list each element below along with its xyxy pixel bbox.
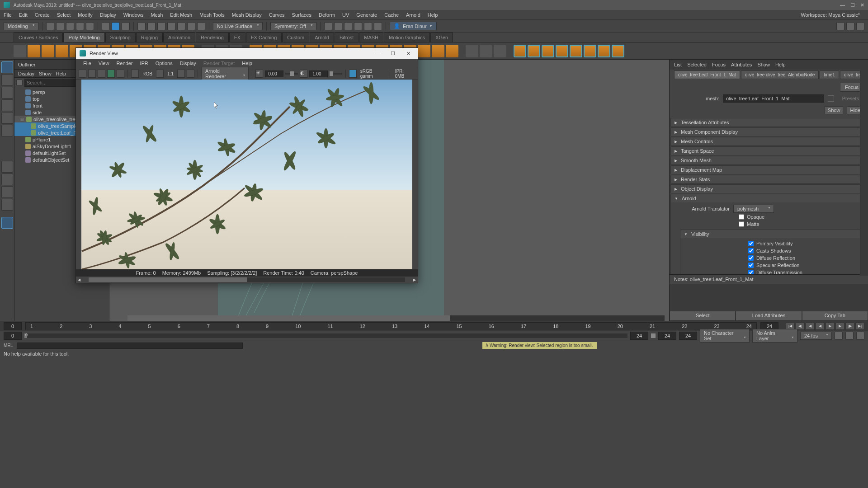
shelf-tab-fxcaching[interactable]: FX Caching xyxy=(246,33,282,42)
section-tessellation[interactable]: ▶Tessellation Attributes xyxy=(671,118,864,127)
toolbox-icon[interactable] xyxy=(836,22,844,30)
rv-menu-render[interactable]: Render xyxy=(113,61,136,66)
goto-end-icon[interactable]: ▶| xyxy=(855,323,864,330)
shelf-tab-fx[interactable]: FX xyxy=(229,33,245,42)
node-tab-time[interactable]: time1 xyxy=(820,70,839,79)
mel-label[interactable]: MEL xyxy=(4,343,13,348)
menu-cache[interactable]: Cache xyxy=(381,12,402,18)
minimize-icon[interactable]: — xyxy=(840,2,845,8)
render-view-titlebar[interactable]: Render View — ☐ ✕ xyxy=(76,48,418,59)
bool-inter-icon[interactable] xyxy=(542,45,554,57)
render-frame-icon[interactable] xyxy=(79,70,86,78)
gamma-icon[interactable]: ◐ xyxy=(300,70,307,78)
menu-generate[interactable]: Generate xyxy=(353,12,381,18)
casts-checkbox[interactable] xyxy=(748,248,754,253)
lasso-tool-icon[interactable] xyxy=(1,74,13,86)
undo-icon[interactable] xyxy=(76,22,84,30)
poly-sphere-icon[interactable] xyxy=(28,45,40,57)
render-view-window[interactable]: Render View — ☐ ✕ File View Render IPR O… xyxy=(75,47,418,283)
select-mode-icon[interactable] xyxy=(102,22,110,30)
play-fwd-icon[interactable]: ▶ xyxy=(826,323,835,330)
render-image[interactable] xyxy=(81,80,412,269)
section-visibility[interactable]: ▼Visibility xyxy=(680,230,860,238)
range-out-input[interactable] xyxy=(658,332,676,340)
attr-tab-help[interactable]: Help xyxy=(775,62,786,67)
shelf-toggle-icon[interactable] xyxy=(14,45,26,57)
exposure-value[interactable]: 0.00 xyxy=(265,70,283,77)
snap-live-icon[interactable] xyxy=(177,22,185,30)
exposure-slider[interactable] xyxy=(285,73,298,75)
render-settings2-icon[interactable] xyxy=(131,70,139,78)
rv-menu-options[interactable]: Options xyxy=(152,61,176,66)
step-fwd-icon[interactable]: |▶ xyxy=(845,323,854,330)
rv-menu-help[interactable]: Help xyxy=(238,61,256,66)
command-input[interactable] xyxy=(17,343,243,349)
section-tangent[interactable]: ▶Tangent Space xyxy=(671,147,864,155)
rv-menu-view[interactable]: View xyxy=(95,61,113,66)
shelf-tab-rigging[interactable]: Rigging xyxy=(136,33,163,42)
menu-windows[interactable]: Windows xyxy=(120,12,147,18)
primvis-checkbox[interactable] xyxy=(748,241,754,246)
bool-tool7-icon[interactable] xyxy=(598,45,610,57)
outliner-display-menu[interactable]: Display xyxy=(18,71,34,76)
snap-plane-icon[interactable] xyxy=(167,22,175,30)
menu-select[interactable]: Select xyxy=(53,12,75,18)
show-button[interactable]: Show xyxy=(825,106,844,114)
menuset-dropdown[interactable]: Modeling xyxy=(4,22,38,30)
rv-menu-ipr[interactable]: IPR xyxy=(136,61,151,66)
outliner-show-menu[interactable]: Show xyxy=(39,71,52,76)
section-meshcomp[interactable]: ▶Mesh Component Display xyxy=(671,128,864,136)
section-renderstats[interactable]: ▶Render Stats xyxy=(671,175,864,183)
notes-textarea[interactable] xyxy=(670,284,868,311)
bool-tool5-icon[interactable] xyxy=(570,45,582,57)
range-slider[interactable]: 0 xyxy=(24,333,627,338)
outliner-help-menu[interactable]: Help xyxy=(56,71,66,76)
shelf-tab-custom[interactable]: Custom xyxy=(282,33,309,42)
render-scrollbar[interactable]: ◀ ▶ xyxy=(76,277,418,283)
bool-diff-icon[interactable] xyxy=(528,45,540,57)
section-smooth[interactable]: ▶Smooth Mesh xyxy=(671,156,864,164)
connection-icon[interactable] xyxy=(828,95,834,102)
node-tab-alembic[interactable]: olive_tree:olive_tree_AlembicNode xyxy=(741,70,819,79)
autokey-icon[interactable] xyxy=(835,332,843,340)
shelf-tab-bifrost[interactable]: Bifrost xyxy=(335,33,359,42)
snap-view-icon[interactable] xyxy=(187,22,195,30)
section-arnold[interactable]: ▼Arnold xyxy=(671,194,864,202)
menu-create[interactable]: Create xyxy=(31,12,53,18)
hypershade-icon[interactable] xyxy=(334,22,342,30)
close-icon[interactable]: ✕ xyxy=(402,51,414,56)
filter-icon[interactable] xyxy=(16,80,23,86)
user-name[interactable]: Eran Dinur xyxy=(403,23,427,29)
symmetry-dropdown[interactable]: Symmetry: Off xyxy=(270,22,316,30)
range-start-input[interactable] xyxy=(4,332,22,340)
snap-curve-icon[interactable] xyxy=(147,22,156,30)
menu-curves[interactable]: Curves xyxy=(265,12,288,18)
ipr-icon[interactable] xyxy=(364,22,372,30)
keep-image-icon[interactable] xyxy=(187,70,194,78)
channel-icon[interactable] xyxy=(156,70,164,78)
collapse-icon[interactable] xyxy=(432,45,444,57)
difftrans-checkbox[interactable] xyxy=(748,270,754,274)
select-tool-icon[interactable] xyxy=(1,61,13,73)
exposure-icon[interactable]: ☀ xyxy=(255,70,263,78)
key-back-icon[interactable]: ◀ xyxy=(806,323,815,330)
section-objdisp[interactable]: ▶Object Display xyxy=(671,185,864,193)
layout-single-icon[interactable] xyxy=(1,161,13,173)
shelf-tab-arnold[interactable]: Arnold xyxy=(310,33,334,42)
scale-label[interactable]: 1:1 xyxy=(165,71,175,76)
bool-tool8-icon[interactable] xyxy=(612,45,624,57)
scale-tool-icon[interactable] xyxy=(1,125,13,136)
collapse-icon[interactable]: ⊟ xyxy=(20,117,24,122)
cut-icon[interactable] xyxy=(446,45,458,57)
attr-tab-focus[interactable]: Focus xyxy=(712,62,726,67)
shelf-tab-animation[interactable]: Animation xyxy=(163,33,195,42)
key-fwd-icon[interactable]: ▶ xyxy=(835,323,844,330)
attr-tab-attributes[interactable]: Attributes xyxy=(731,62,752,67)
charset-dropdown[interactable]: No Character Set xyxy=(700,329,750,343)
menu-meshtools[interactable]: Mesh Tools xyxy=(196,12,228,18)
render-region-icon[interactable] xyxy=(88,70,96,78)
menu-file[interactable]: File xyxy=(0,12,15,18)
menu-editmesh[interactable]: Edit Mesh xyxy=(166,12,196,18)
close-icon[interactable]: ✕ xyxy=(860,2,864,8)
attr-icon[interactable] xyxy=(846,22,854,30)
